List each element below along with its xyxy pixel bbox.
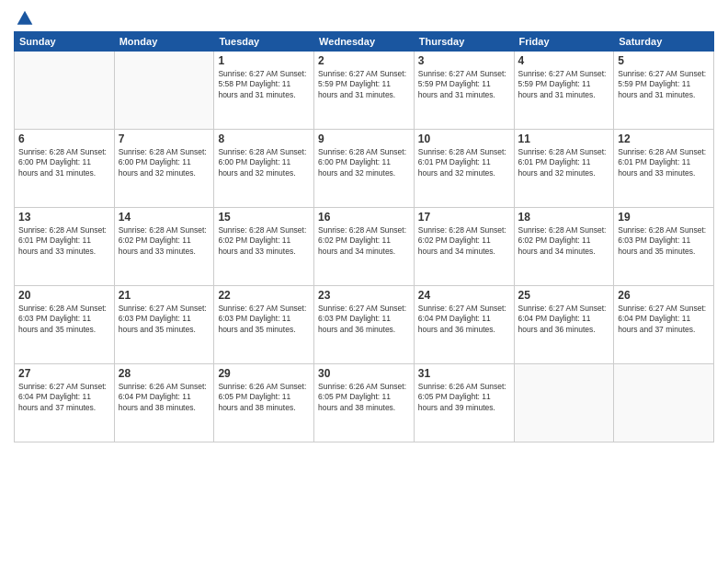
day-number: 2 bbox=[318, 54, 410, 67]
day-info: Sunrise: 6:28 AM Sunset: 6:00 PM Dayligh… bbox=[119, 147, 210, 178]
day-info: Sunrise: 6:28 AM Sunset: 6:01 PM Dayligh… bbox=[518, 147, 610, 178]
weekday-wednesday: Wednesday bbox=[314, 32, 415, 52]
day-number: 21 bbox=[119, 289, 210, 302]
svg-marker-0 bbox=[17, 11, 33, 25]
calendar-cell: 2Sunrise: 6:27 AM Sunset: 5:59 PM Daylig… bbox=[314, 52, 415, 130]
week-row-3: 20Sunrise: 6:28 AM Sunset: 6:03 PM Dayli… bbox=[15, 286, 714, 364]
calendar-cell: 13Sunrise: 6:28 AM Sunset: 6:01 PM Dayli… bbox=[15, 208, 115, 286]
day-info: Sunrise: 6:28 AM Sunset: 6:02 PM Dayligh… bbox=[119, 225, 210, 257]
day-number: 9 bbox=[318, 132, 410, 145]
day-number: 23 bbox=[318, 289, 410, 302]
week-row-1: 6Sunrise: 6:28 AM Sunset: 6:00 PM Daylig… bbox=[15, 130, 714, 208]
day-number: 10 bbox=[418, 132, 510, 145]
day-info: Sunrise: 6:27 AM Sunset: 6:03 PM Dayligh… bbox=[318, 304, 410, 335]
day-info: Sunrise: 6:28 AM Sunset: 6:00 PM Dayligh… bbox=[218, 147, 310, 178]
day-info: Sunrise: 6:27 AM Sunset: 6:04 PM Dayligh… bbox=[518, 304, 610, 335]
calendar-cell: 1Sunrise: 6:27 AM Sunset: 5:58 PM Daylig… bbox=[214, 52, 314, 130]
day-number: 4 bbox=[518, 54, 610, 67]
day-info: Sunrise: 6:28 AM Sunset: 6:02 PM Dayligh… bbox=[218, 225, 310, 257]
day-number: 26 bbox=[618, 289, 710, 302]
day-number: 20 bbox=[18, 289, 110, 302]
calendar-cell: 10Sunrise: 6:28 AM Sunset: 6:01 PM Dayli… bbox=[414, 130, 514, 208]
page: SundayMondayTuesdayWednesdayThursdayFrid… bbox=[0, 0, 728, 563]
calendar-cell: 5Sunrise: 6:27 AM Sunset: 5:59 PM Daylig… bbox=[614, 52, 714, 130]
day-number: 24 bbox=[418, 289, 510, 302]
calendar-cell: 7Sunrise: 6:28 AM Sunset: 6:00 PM Daylig… bbox=[114, 130, 214, 208]
day-number: 15 bbox=[218, 211, 310, 224]
day-number: 18 bbox=[518, 211, 610, 224]
day-info: Sunrise: 6:27 AM Sunset: 5:59 PM Dayligh… bbox=[518, 69, 610, 100]
calendar-cell: 4Sunrise: 6:27 AM Sunset: 5:59 PM Daylig… bbox=[514, 52, 614, 130]
calendar-cell bbox=[514, 364, 614, 442]
week-row-0: 1Sunrise: 6:27 AM Sunset: 5:58 PM Daylig… bbox=[15, 52, 714, 130]
calendar-cell: 19Sunrise: 6:28 AM Sunset: 6:03 PM Dayli… bbox=[614, 208, 714, 286]
day-info: Sunrise: 6:27 AM Sunset: 6:03 PM Dayligh… bbox=[218, 304, 310, 335]
day-info: Sunrise: 6:27 AM Sunset: 5:59 PM Dayligh… bbox=[418, 69, 510, 100]
calendar-cell: 30Sunrise: 6:26 AM Sunset: 6:05 PM Dayli… bbox=[314, 364, 415, 442]
day-number: 8 bbox=[218, 132, 310, 145]
calendar-cell: 22Sunrise: 6:27 AM Sunset: 6:03 PM Dayli… bbox=[214, 286, 314, 364]
day-number: 16 bbox=[318, 211, 410, 224]
day-number: 25 bbox=[518, 289, 610, 302]
calendar-cell: 16Sunrise: 6:28 AM Sunset: 6:02 PM Dayli… bbox=[314, 208, 415, 286]
day-number: 14 bbox=[119, 211, 210, 224]
day-info: Sunrise: 6:26 AM Sunset: 6:05 PM Dayligh… bbox=[318, 382, 410, 413]
calendar-cell: 24Sunrise: 6:27 AM Sunset: 6:04 PM Dayli… bbox=[414, 286, 514, 364]
week-row-2: 13Sunrise: 6:28 AM Sunset: 6:01 PM Dayli… bbox=[15, 208, 714, 286]
day-number: 28 bbox=[119, 367, 210, 380]
day-number: 12 bbox=[618, 132, 710, 145]
day-info: Sunrise: 6:28 AM Sunset: 6:02 PM Dayligh… bbox=[318, 225, 410, 257]
day-number: 31 bbox=[418, 367, 510, 380]
calendar-cell: 27Sunrise: 6:27 AM Sunset: 6:04 PM Dayli… bbox=[15, 364, 115, 442]
day-info: Sunrise: 6:27 AM Sunset: 6:04 PM Dayligh… bbox=[18, 382, 110, 413]
calendar-cell: 3Sunrise: 6:27 AM Sunset: 5:59 PM Daylig… bbox=[414, 52, 514, 130]
calendar-cell: 9Sunrise: 6:28 AM Sunset: 6:00 PM Daylig… bbox=[314, 130, 415, 208]
day-info: Sunrise: 6:27 AM Sunset: 6:04 PM Dayligh… bbox=[418, 304, 510, 335]
day-number: 13 bbox=[18, 211, 110, 224]
day-info: Sunrise: 6:28 AM Sunset: 6:03 PM Dayligh… bbox=[618, 225, 710, 257]
weekday-sunday: Sunday bbox=[15, 32, 115, 52]
calendar-cell: 25Sunrise: 6:27 AM Sunset: 6:04 PM Dayli… bbox=[514, 286, 614, 364]
calendar-cell: 28Sunrise: 6:26 AM Sunset: 6:04 PM Dayli… bbox=[114, 364, 214, 442]
day-info: Sunrise: 6:28 AM Sunset: 6:01 PM Dayligh… bbox=[18, 225, 110, 257]
weekday-tuesday: Tuesday bbox=[214, 32, 314, 52]
day-number: 27 bbox=[18, 367, 110, 380]
calendar-cell bbox=[114, 52, 214, 130]
header bbox=[14, 9, 714, 24]
logo bbox=[14, 9, 34, 24]
calendar-cell: 20Sunrise: 6:28 AM Sunset: 6:03 PM Dayli… bbox=[15, 286, 115, 364]
calendar-cell: 31Sunrise: 6:26 AM Sunset: 6:05 PM Dayli… bbox=[414, 364, 514, 442]
day-number: 19 bbox=[618, 211, 710, 224]
day-number: 22 bbox=[218, 289, 310, 302]
calendar-cell: 8Sunrise: 6:28 AM Sunset: 6:00 PM Daylig… bbox=[214, 130, 314, 208]
weekday-saturday: Saturday bbox=[614, 32, 714, 52]
calendar-cell: 29Sunrise: 6:26 AM Sunset: 6:05 PM Dayli… bbox=[214, 364, 314, 442]
calendar-cell: 15Sunrise: 6:28 AM Sunset: 6:02 PM Dayli… bbox=[214, 208, 314, 286]
day-number: 7 bbox=[119, 132, 210, 145]
day-info: Sunrise: 6:28 AM Sunset: 6:00 PM Dayligh… bbox=[318, 147, 410, 178]
day-number: 6 bbox=[18, 132, 110, 145]
calendar-cell: 11Sunrise: 6:28 AM Sunset: 6:01 PM Dayli… bbox=[514, 130, 614, 208]
day-info: Sunrise: 6:28 AM Sunset: 6:02 PM Dayligh… bbox=[518, 225, 610, 257]
day-number: 5 bbox=[618, 54, 710, 67]
logo-icon bbox=[16, 9, 34, 28]
calendar-cell: 23Sunrise: 6:27 AM Sunset: 6:03 PM Dayli… bbox=[314, 286, 415, 364]
calendar-cell: 14Sunrise: 6:28 AM Sunset: 6:02 PM Dayli… bbox=[114, 208, 214, 286]
day-number: 30 bbox=[318, 367, 410, 380]
day-number: 11 bbox=[518, 132, 610, 145]
day-info: Sunrise: 6:28 AM Sunset: 6:03 PM Dayligh… bbox=[18, 304, 110, 335]
day-info: Sunrise: 6:27 AM Sunset: 6:03 PM Dayligh… bbox=[119, 304, 210, 335]
calendar-cell: 21Sunrise: 6:27 AM Sunset: 6:03 PM Dayli… bbox=[114, 286, 214, 364]
day-info: Sunrise: 6:26 AM Sunset: 6:05 PM Dayligh… bbox=[218, 382, 310, 413]
day-info: Sunrise: 6:28 AM Sunset: 6:01 PM Dayligh… bbox=[618, 147, 710, 178]
day-info: Sunrise: 6:28 AM Sunset: 6:00 PM Dayligh… bbox=[18, 147, 110, 178]
weekday-friday: Friday bbox=[514, 32, 614, 52]
day-info: Sunrise: 6:27 AM Sunset: 6:04 PM Dayligh… bbox=[618, 304, 710, 335]
calendar-cell bbox=[15, 52, 115, 130]
day-info: Sunrise: 6:27 AM Sunset: 5:59 PM Dayligh… bbox=[318, 69, 410, 100]
day-number: 29 bbox=[218, 367, 310, 380]
day-number: 3 bbox=[418, 54, 510, 67]
day-info: Sunrise: 6:26 AM Sunset: 6:04 PM Dayligh… bbox=[119, 382, 210, 413]
calendar-cell: 26Sunrise: 6:27 AM Sunset: 6:04 PM Dayli… bbox=[614, 286, 714, 364]
day-number: 17 bbox=[418, 211, 510, 224]
